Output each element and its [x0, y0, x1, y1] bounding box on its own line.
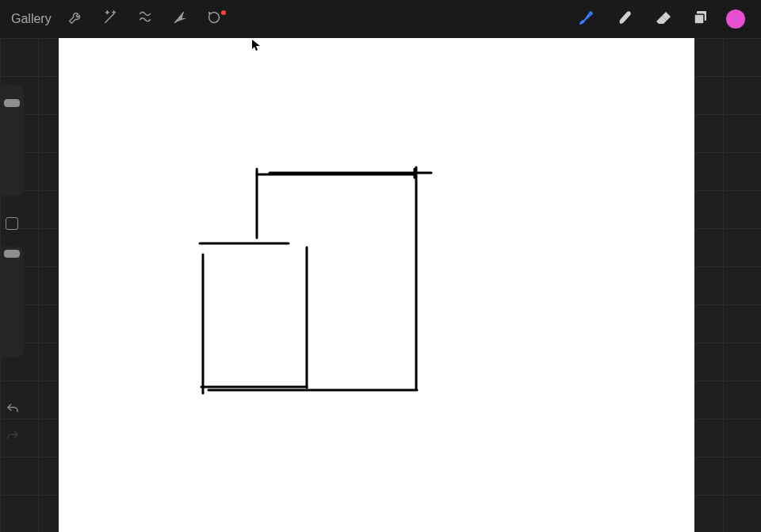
toolbar-right-group [568, 2, 751, 36]
eraser-icon [653, 8, 672, 30]
undo-icon [6, 402, 20, 419]
redo-button[interactable] [3, 428, 22, 447]
brush-size-thumb[interactable] [4, 99, 20, 107]
eyedropper-button[interactable] [6, 217, 18, 230]
chat-button[interactable] [197, 2, 232, 36]
undo-button[interactable] [3, 401, 22, 420]
left-side-panel [0, 38, 25, 532]
brush-button[interactable] [568, 2, 606, 36]
wand-icon [101, 9, 119, 29]
top-toolbar: Gallery [0, 0, 761, 38]
notification-dot [221, 10, 226, 15]
opacity-thumb[interactable] [4, 250, 20, 258]
eraser-button[interactable] [644, 2, 682, 36]
svg-rect-1 [694, 14, 704, 24]
drawing-layer [59, 38, 694, 532]
brush-icon [577, 8, 596, 30]
adjustments-button[interactable] [93, 2, 128, 36]
toolbar-left-group: Gallery [10, 2, 232, 36]
opacity-slider[interactable] [0, 247, 24, 358]
layers-button[interactable] [682, 2, 720, 36]
workspace-area [0, 38, 761, 532]
selection-button[interactable] [128, 2, 163, 36]
color-picker-button[interactable] [726, 10, 745, 29]
actions-button[interactable] [58, 2, 93, 36]
wrench-icon [67, 9, 84, 29]
canvas[interactable] [59, 38, 694, 532]
arrow-icon [171, 9, 189, 29]
transform-button[interactable] [163, 2, 197, 36]
redo-icon [6, 429, 20, 446]
gallery-button[interactable]: Gallery [10, 12, 58, 26]
selection-icon [136, 9, 154, 29]
brush-size-slider[interactable] [0, 85, 24, 196]
smudge-icon [615, 8, 634, 30]
smudge-button[interactable] [606, 2, 644, 36]
layers-icon [691, 8, 710, 30]
